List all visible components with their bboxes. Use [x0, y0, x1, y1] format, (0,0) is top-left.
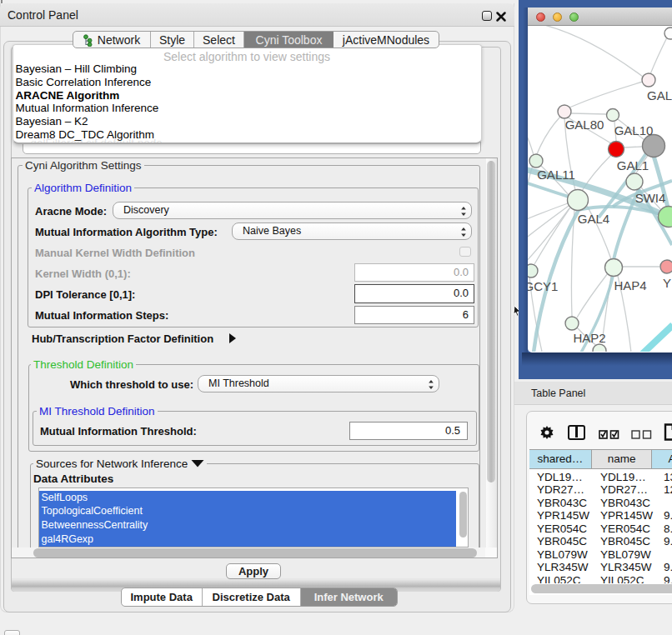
svg-text:HAP4: HAP4: [614, 278, 646, 292]
svg-text:GCY1: GCY1: [528, 279, 558, 293]
svg-text:GAL11: GAL11: [537, 168, 575, 182]
svg-text:GAL80: GAL80: [565, 118, 604, 132]
svg-text:GAL2: GAL2: [647, 88, 672, 102]
svg-text:GAL10: GAL10: [614, 123, 654, 138]
svg-text:GAL4: GAL4: [578, 212, 609, 226]
svg-text:HAP2: HAP2: [573, 331, 605, 345]
svg-text:Y: Y: [663, 276, 671, 290]
svg-text:SWI4: SWI4: [635, 191, 666, 205]
svg-text:GAL1: GAL1: [617, 158, 649, 172]
